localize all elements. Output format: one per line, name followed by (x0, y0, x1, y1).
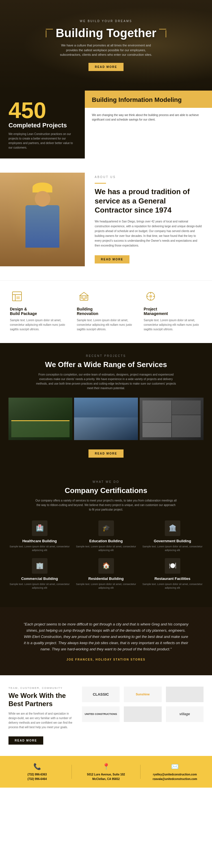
completed-projects-number: 450 (8, 99, 76, 122)
project-image-3 (140, 398, 204, 440)
hero-eyebrow: WE BUILD YOUR DREAMS (46, 20, 166, 23)
projects-section: RECENT PROJECTS We Offer a Wide Range of… (0, 343, 212, 469)
svg-rect-3 (16, 296, 20, 299)
hero-read-more-button[interactable]: READ MORE (89, 63, 123, 71)
cert-icon-5: 🍽️ (165, 558, 180, 574)
cert-icon-4: 🏠 (98, 558, 114, 574)
footer-email1: ryelley@unitedconstruction.com (153, 773, 197, 776)
cert-icon-1: 🎓 (98, 521, 114, 536)
testimonial-author: JOE FRANCES, HOLIDAY STATION STORES (23, 658, 189, 661)
cert-name-5: Restaurant Facilities (141, 577, 204, 581)
footer-email2: rzavala@unitedconstruction.com (153, 777, 197, 780)
certifications-section: WHAT WE DO Company Certifications Our co… (0, 469, 212, 607)
phone-icon: 📞 (33, 763, 41, 770)
projects-read-more-button[interactable]: READ MORE (89, 450, 123, 458)
cert-name-0: Healthcare Building (8, 539, 71, 543)
footer-address-col: 📍 5012 Lure Avenue, Suite 102 McClellan,… (77, 763, 135, 780)
certifications-grid: 🏥 Healthcare Building Sample text. Lorem… (8, 521, 204, 590)
cert-item-3: 🏢 Commercial Building Sample text. Lorem… (8, 558, 71, 590)
cert-desc-0: Sample text. Lorem ipsum dolor sit amet,… (8, 545, 71, 553)
bim-title-area: Building Information Modeling (85, 91, 212, 108)
cert-desc-4: Sample text. Lorem ipsum dolor sit amet,… (75, 583, 137, 590)
design-icon (10, 289, 24, 303)
service-management-title: ProjectManagement (144, 307, 202, 316)
project-image-2 (74, 398, 138, 440)
cert-description: Our company offers a variety of services… (35, 498, 177, 512)
completed-projects-title: Completed Projects (8, 122, 76, 129)
hero-description: We have a culture that promotes at all t… (58, 43, 154, 57)
cert-item-4: 🏠 Residential Building Sample text. Lore… (75, 558, 137, 590)
services-row: Design &Build Package Sample text. Lorem… (0, 280, 212, 343)
footer-email-col: ✉️ ryelley@unitedconstruction.com rzaval… (146, 763, 204, 780)
project-image-1 (8, 398, 72, 440)
partner-logo-0: CLASSIC (82, 687, 119, 702)
projects-eyebrow: RECENT PROJECTS (8, 354, 204, 358)
cert-name-2: Government Building (141, 539, 204, 543)
cert-desc-1: Sample text. Lorem ipsum dolor sit amet,… (75, 545, 137, 553)
about-image-inner (0, 173, 85, 266)
about-image (0, 173, 85, 266)
testimonial-quote: "Each project seems to be more difficult… (23, 621, 189, 652)
service-management-desc: Sample text. Lorem ipsum dolor sit amet,… (144, 318, 202, 332)
footer-phone-col: 📞 (732) 996-6363 (732) 996-6464 (8, 763, 66, 780)
cert-icon-2: 🏛️ (165, 521, 180, 536)
svg-rect-6 (81, 297, 83, 298)
cert-desc-3: Sample text. Lorem ipsum dolor sit amet,… (8, 583, 71, 590)
bracket-left (46, 29, 53, 37)
cert-name-3: Commercial Building (8, 577, 71, 581)
email-icon: ✉️ (171, 763, 179, 770)
svg-rect-7 (85, 297, 87, 298)
about-title: We has a proud tradition of service as a… (95, 187, 204, 215)
partners-eyebrow: TEAM, CUSTOMER, COMMUNITY (8, 687, 73, 689)
partner-logo-5: village (166, 706, 204, 722)
cert-icon-0: 🏥 (32, 521, 47, 536)
hero-section: WE BUILD YOUR DREAMS Building Together W… (0, 0, 212, 91)
cert-eyebrow: WHAT WE DO (8, 480, 204, 484)
bim-desc-area: We are changing the way we think about t… (85, 108, 212, 158)
partners-logos: CLASSICSunshineUNITED CONSTRUCTIONSvilla… (82, 687, 204, 745)
projects-grid (8, 398, 204, 440)
cert-desc-5: Sample text. Lorem ipsum dolor sit amet,… (141, 583, 204, 590)
about-section: ABOUT US We has a proud tradition of ser… (0, 158, 212, 280)
cert-name-1: Education Building (75, 539, 137, 543)
cert-title: Company Certifications (8, 486, 204, 495)
projects-title: We Offer a Wide Range of Services (8, 360, 204, 369)
renovation-icon (77, 289, 91, 303)
hero-title: Building Together (56, 27, 156, 40)
footer-phone2: (732) 996-6464 (27, 777, 47, 780)
svg-point-9 (149, 295, 152, 298)
partners-section: TEAM, CUSTOMER, COMMUNITY We Work With t… (0, 675, 212, 756)
about-read-more-button[interactable]: READ MORE (95, 255, 130, 264)
completed-projects-desc: We employing Lean Construction practices… (8, 132, 76, 150)
footer-phone1: (732) 996-6363 (27, 773, 47, 776)
partner-logo-4 (124, 706, 162, 722)
bracket-right (159, 29, 166, 37)
footer-address1: 5012 Lure Avenue, Suite 102 (87, 773, 125, 776)
cert-item-5: 🍽️ Restaurant Facilities Sample text. Lo… (141, 558, 204, 590)
hero-title-wrap: Building Together (46, 27, 166, 40)
service-management: ProjectManagement Sample text. Lorem ips… (139, 289, 206, 332)
bim-description: We are changing the way we think about t… (92, 113, 205, 122)
bim-bar: 450 Completed Projects We employing Lean… (0, 91, 212, 158)
footer-address2: McClellan, CA 95652 (93, 777, 120, 780)
projects-description: From conception to completion, our entir… (35, 372, 177, 391)
footer: 📞 (732) 996-6363 (732) 996-6464 📍 5012 L… (0, 756, 212, 787)
partners-title: We Work With the Best Partners (8, 692, 73, 708)
cert-item-2: 🏛️ Government Building Sample text. Lore… (141, 521, 204, 553)
cert-icon-3: 🏢 (32, 558, 47, 574)
about-accent-line (95, 183, 106, 184)
partner-logo-3: UNITED CONSTRUCTIONS (82, 706, 119, 722)
cert-item-1: 🎓 Education Building Sample text. Lorem … (75, 521, 137, 553)
management-icon (144, 289, 158, 303)
partners-description: While we are at the forefront of and spe… (8, 712, 73, 730)
bim-title: Building Information Modeling (92, 96, 205, 103)
testimonial-section: "Each project seems to be more difficult… (0, 607, 212, 675)
partner-logo-1: Sunshine (124, 687, 162, 702)
service-design-desc: Sample text. Lorem ipsum dolor sit amet,… (10, 318, 68, 332)
about-eyebrow: ABOUT US (95, 176, 204, 179)
location-icon: 📍 (102, 763, 110, 770)
partners-read-more-button[interactable]: READ MORE (8, 736, 43, 745)
cert-item-0: 🏥 Healthcare Building Sample text. Lorem… (8, 521, 71, 553)
partners-left: TEAM, CUSTOMER, COMMUNITY We Work With t… (8, 687, 73, 745)
cert-desc-2: Sample text. Lorem ipsum dolor sit amet,… (141, 545, 204, 553)
